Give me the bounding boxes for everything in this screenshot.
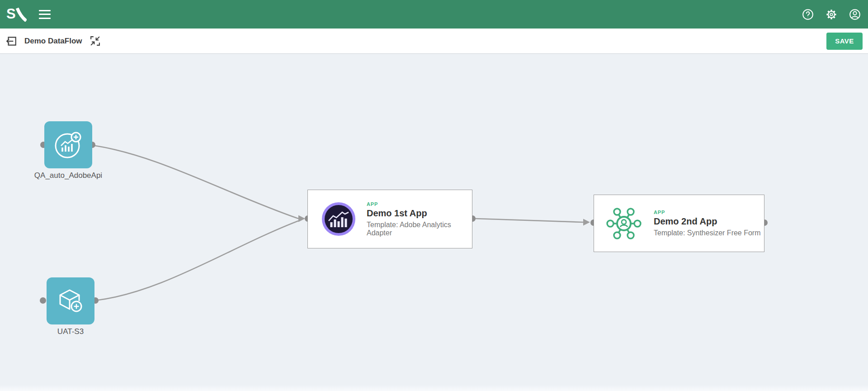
source-node-qa-auto-adobeapi[interactable] bbox=[44, 121, 92, 168]
source-node-label: UAT-S3 bbox=[12, 327, 129, 336]
app-node-demo-2nd-app[interactable]: APP Demo 2nd App Template: Synthesizer F… bbox=[594, 195, 764, 252]
brand-logo[interactable]: S bbox=[6, 7, 27, 22]
topbar-actions bbox=[801, 8, 868, 21]
brand-logo-letter: S bbox=[6, 7, 15, 21]
connection-uat-to-app1[interactable] bbox=[95, 221, 298, 300]
network-people-icon bbox=[605, 205, 643, 243]
source-node-uat-s3[interactable] bbox=[47, 277, 94, 324]
account-icon[interactable] bbox=[848, 8, 862, 21]
gear-icon[interactable] bbox=[825, 8, 838, 21]
dataflow-editor: S bbox=[0, 0, 868, 391]
arrowhead-icon bbox=[583, 219, 590, 226]
flow-title: Demo DataFlow bbox=[24, 37, 82, 46]
connection-qa-to-app1[interactable] bbox=[92, 145, 298, 219]
arrowhead-icon bbox=[298, 215, 305, 222]
compress-icon[interactable] bbox=[90, 35, 101, 47]
app-type-badge: APP bbox=[654, 210, 761, 215]
connection-app1-to-app2[interactable] bbox=[475, 219, 583, 222]
app-card-text: APP Demo 2nd App Template: Synthesizer F… bbox=[654, 210, 761, 237]
brand-logo-slash bbox=[16, 8, 27, 22]
help-icon[interactable] bbox=[801, 8, 815, 21]
exit-flow-icon[interactable] bbox=[5, 35, 17, 47]
app-template: Template: Synthesizer Free Form bbox=[654, 229, 761, 237]
app-title: Demo 2nd App bbox=[654, 216, 761, 227]
menu-icon[interactable] bbox=[39, 10, 51, 19]
port-dot[interactable] bbox=[40, 297, 46, 304]
source-node-label: QA_auto_AdobeApi bbox=[9, 171, 127, 180]
app-type-badge: APP bbox=[367, 201, 472, 207]
top-app-bar: S bbox=[0, 0, 868, 29]
save-button[interactable]: SAVE bbox=[826, 33, 863, 50]
flow-toolbar: Demo DataFlow SAVE bbox=[0, 29, 868, 54]
app-card-text: APP Demo 1st App Template: Adobe Analyti… bbox=[367, 201, 472, 237]
chart-add-icon bbox=[52, 129, 85, 161]
app-template: Template: Adobe Analytics Adapter bbox=[367, 221, 472, 237]
cube-add-icon bbox=[54, 285, 87, 317]
app-title: Demo 1st App bbox=[367, 208, 472, 219]
app-node-demo-1st-app[interactable]: APP Demo 1st App Template: Adobe Analyti… bbox=[307, 190, 472, 248]
analytics-chart-icon bbox=[321, 202, 356, 236]
